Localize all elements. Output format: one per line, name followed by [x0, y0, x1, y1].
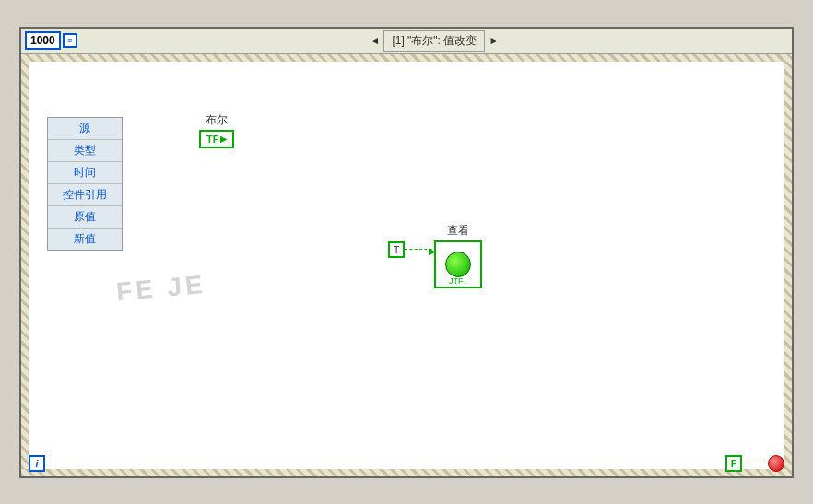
stripe-left: [21, 62, 29, 469]
stripe-top: [21, 54, 792, 62]
view-label: 查看: [434, 223, 482, 239]
menu-item-source[interactable]: 源: [48, 118, 122, 140]
menu-item-type[interactable]: 类型: [48, 140, 122, 162]
counter-icon[interactable]: ≡: [63, 33, 77, 48]
menu-item-control-ref[interactable]: 控件引用: [48, 184, 122, 206]
top-left-counter: 1000 ≡: [25, 31, 77, 50]
bottom-right: F: [725, 455, 784, 472]
bool-label: 布尔: [199, 112, 234, 128]
top-center: ◄ [1] "布尔": 值改变 ►: [77, 30, 792, 52]
info-icon[interactable]: i: [29, 455, 45, 472]
top-bar: 1000 ≡ ◄ [1] "布尔": 值改变 ►: [21, 29, 792, 54]
bottom-bar: i F: [21, 451, 792, 476]
event-label: [1] "布尔": 值改变: [383, 30, 485, 52]
outer-container: 1000 ≡ ◄ [1] "布尔": 值改变 ► 源: [0, 0, 813, 504]
canvas-area: 源 类型 时间 控件引用 原值 新值 布尔 TF ▶ FE JE: [21, 54, 792, 476]
main-window: 1000 ≡ ◄ [1] "布尔": 值改变 ► 源: [19, 27, 794, 478]
t-label: T: [394, 244, 400, 255]
stripe-right: [784, 62, 792, 469]
jtfl-label: JTF↓: [436, 276, 480, 286]
arrow-left-button[interactable]: ◄: [370, 34, 381, 47]
left-panel: 源 类型 时间 控件引用 原值 新值: [47, 117, 123, 251]
view-box[interactable]: JTF↓: [434, 240, 482, 288]
led-indicator: [445, 252, 471, 277]
tf-arrow: ▶: [220, 135, 227, 144]
t-indicator-box: T: [388, 241, 405, 258]
inner-content: 源 类型 时间 控件引用 原值 新值 布尔 TF ▶ FE JE: [29, 62, 784, 469]
tf-button-text: TF: [206, 134, 218, 145]
stop-button[interactable]: [768, 455, 784, 472]
view-control: 查看 JTF↓: [434, 223, 482, 288]
counter-value: 1000: [25, 31, 61, 50]
menu-item-time[interactable]: 时间: [48, 162, 122, 184]
tf-button[interactable]: TF ▶: [199, 130, 234, 148]
bool-control: 布尔 TF ▶: [199, 112, 234, 148]
fe-je-text: FE JE: [115, 269, 207, 306]
f-box[interactable]: F: [725, 455, 742, 472]
arrow-right-button[interactable]: ►: [489, 34, 500, 47]
bottom-connector: [746, 463, 764, 463]
menu-item-old-value[interactable]: 原值: [48, 206, 122, 229]
menu-item-new-value[interactable]: 新值: [48, 229, 122, 250]
